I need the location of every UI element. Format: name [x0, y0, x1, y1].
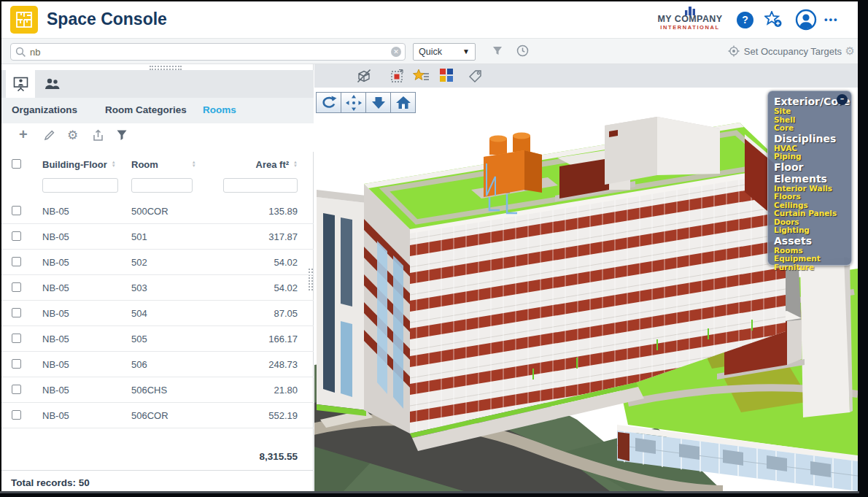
- app-window: Space Console MY COMPANY INTERNATIONAL ?…: [1, 1, 858, 491]
- clear-search-icon[interactable]: ✕: [391, 47, 401, 57]
- row-checkbox[interactable]: [12, 206, 21, 215]
- occupancy-gear-icon[interactable]: ⚙: [845, 45, 855, 58]
- table-row[interactable]: NB-05501317.87: [1, 224, 314, 250]
- export-icon[interactable]: [92, 129, 104, 145]
- legend-item[interactable]: Floors: [774, 193, 851, 201]
- set-occupancy-targets-label: Set Occupancy Targets: [744, 46, 842, 57]
- collapse-legend-icon[interactable]: –: [837, 94, 848, 105]
- layer-legend-panel: – Exterior/CoreSiteShellCoreDisciplinesH…: [767, 90, 852, 266]
- cell-area: 317.87: [268, 231, 298, 242]
- add-button[interactable]: +: [19, 126, 28, 143]
- area-sum-row: 8,315.55: [1, 441, 314, 470]
- row-checkbox[interactable]: [12, 410, 21, 420]
- search-mode-select[interactable]: Quick ▼: [413, 43, 476, 61]
- table-row[interactable]: NB-05506COR552.19: [1, 403, 314, 428]
- help-icon[interactable]: ?: [737, 12, 753, 28]
- row-checkbox[interactable]: [12, 334, 21, 343]
- space-console-logo-icon: [10, 6, 38, 34]
- cell-building-floor: NB-05: [42, 257, 69, 268]
- table-row[interactable]: NB-0550487.05: [1, 301, 314, 326]
- cell-room: 501: [131, 231, 147, 242]
- cell-area: 21.80: [274, 385, 298, 396]
- filter-room-input[interactable]: [131, 178, 193, 193]
- legend-section-title: Floor Elements: [774, 161, 851, 185]
- table-row[interactable]: NB-05500COR135.89: [1, 199, 314, 224]
- area-total-value: 8,315.55: [259, 451, 298, 462]
- row-checkbox[interactable]: [12, 257, 21, 266]
- settings-gear-icon[interactable]: ⚙: [67, 128, 78, 143]
- tab-space-hierarchy[interactable]: [6, 70, 35, 98]
- column-building-floor[interactable]: Building-Floor▲▼: [42, 159, 116, 170]
- legend-item[interactable]: Core: [774, 124, 851, 133]
- tag-label-icon[interactable]: [468, 68, 484, 87]
- table-row[interactable]: NB-0550354.02: [1, 275, 314, 301]
- legend-section-title: Disciplines: [774, 133, 851, 145]
- home-view-icon[interactable]: [390, 92, 416, 113]
- row-checkbox[interactable]: [12, 282, 21, 292]
- tab-organizations[interactable]: Organizations: [12, 104, 77, 115]
- saved-views-star-icon[interactable]: [413, 68, 430, 87]
- 3d-viewport[interactable]: – Exterior/CoreSiteShellCoreDisciplinesH…: [314, 88, 858, 491]
- select-all-checkbox[interactable]: [12, 159, 21, 169]
- cell-room: 506: [131, 359, 147, 370]
- search-box: ✕: [10, 43, 406, 61]
- panel-tabstrip: [1, 70, 314, 98]
- table-header: Building-Floor▲▼ Room▲▼ Area ft²▲▼: [1, 152, 314, 178]
- color-themes-icon[interactable]: [439, 68, 454, 85]
- company-name: MY COMPANY: [648, 15, 732, 24]
- column-area[interactable]: Area ft²▲▼: [256, 159, 298, 170]
- cell-area: 552.19: [268, 410, 298, 421]
- pan-view-icon[interactable]: [341, 92, 366, 113]
- cell-building-floor: NB-05: [42, 282, 69, 293]
- row-checkbox[interactable]: [12, 231, 21, 241]
- legend-item[interactable]: Site: [774, 107, 851, 116]
- search-icon: [15, 47, 26, 61]
- company-logo: MY COMPANY INTERNATIONAL: [648, 5, 732, 31]
- table-row[interactable]: NB-0550254.02: [1, 250, 314, 275]
- edit-pencil-icon[interactable]: [44, 129, 55, 144]
- sort-icon[interactable]: ▲▼: [112, 161, 116, 168]
- more-menu-icon[interactable]: •••: [824, 14, 839, 25]
- list-toolbar: + ⚙: [1, 123, 314, 152]
- chevron-down-icon: ▼: [462, 44, 470, 60]
- cell-building-floor: NB-05: [42, 308, 69, 319]
- tab-people[interactable]: [35, 70, 69, 98]
- cell-room: 505: [131, 334, 147, 344]
- tab-rooms[interactable]: Rooms: [203, 104, 236, 115]
- filter-icon[interactable]: [492, 45, 503, 60]
- tab-room-categories[interactable]: Room Categories: [105, 104, 187, 115]
- column-room[interactable]: Room▲▼: [131, 159, 196, 170]
- history-clock-icon[interactable]: [516, 45, 529, 60]
- legend-item[interactable]: Furniture: [774, 263, 851, 272]
- list-filter-icon[interactable]: [116, 129, 128, 144]
- hide-selection-icon[interactable]: [356, 68, 372, 87]
- cell-area: 166.17: [268, 334, 298, 344]
- legend-item[interactable]: Curtain Panels: [774, 209, 851, 218]
- sort-icon[interactable]: ▲▼: [192, 161, 196, 168]
- set-occupancy-targets-button[interactable]: Set Occupancy Targets ⚙: [728, 45, 842, 59]
- favorite-add-icon[interactable]: [764, 11, 783, 28]
- table-row[interactable]: NB-05506248.73: [1, 352, 314, 377]
- cell-building-floor: NB-05: [42, 206, 69, 217]
- row-checkbox[interactable]: [12, 359, 21, 369]
- filter-area-input[interactable]: [223, 178, 298, 193]
- company-subtitle: INTERNATIONAL: [648, 24, 732, 31]
- user-avatar-icon[interactable]: [795, 9, 817, 31]
- table-row[interactable]: NB-05506CHS21.80: [1, 377, 314, 403]
- search-mode-value: Quick: [419, 47, 442, 57]
- look-down-icon[interactable]: [365, 92, 391, 113]
- search-input[interactable]: [30, 45, 380, 59]
- cell-room: 506CHS: [131, 385, 167, 396]
- legend-item[interactable]: Equipment: [774, 255, 851, 263]
- cell-building-floor: NB-05: [42, 385, 69, 396]
- legend-item[interactable]: Lighting: [774, 226, 851, 235]
- row-checkbox[interactable]: [12, 385, 21, 394]
- rotate-view-icon[interactable]: [316, 92, 341, 113]
- row-checkbox[interactable]: [12, 308, 21, 317]
- table-row[interactable]: NB-05505166.17: [1, 326, 314, 352]
- sort-icon[interactable]: ▲▼: [293, 161, 298, 168]
- cell-building-floor: NB-05: [42, 359, 69, 370]
- legend-item[interactable]: Piping: [774, 153, 851, 161]
- filter-building-floor-input[interactable]: [42, 178, 118, 193]
- isolate-selection-icon[interactable]: [390, 68, 406, 87]
